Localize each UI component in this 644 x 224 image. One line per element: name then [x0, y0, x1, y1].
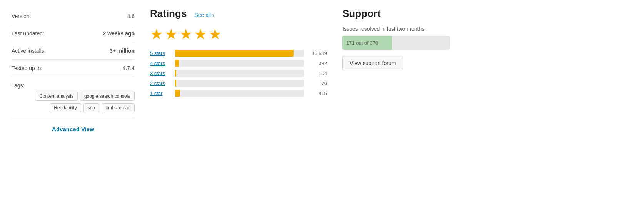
- rating-bar-row: 4 stars332: [150, 60, 327, 67]
- rating-bar-row: 1 star415: [150, 90, 327, 97]
- last-updated-label: Last updated:: [12, 30, 44, 37]
- active-installs-value: 3+ million: [110, 48, 135, 54]
- tested-up-to-row: Tested up to: 4.7.4: [12, 60, 135, 77]
- version-label: Version:: [12, 13, 31, 19]
- see-all-link[interactable]: See all ›: [194, 12, 214, 18]
- rating-bar-row: 5 stars10,689: [150, 50, 327, 57]
- rating-count: 415: [308, 90, 327, 96]
- tags-row: Tags: Content analysisgoogle search cons…: [12, 77, 135, 118]
- tag-item[interactable]: Readability: [50, 103, 81, 112]
- rating-count: 332: [308, 60, 327, 66]
- rating-bar-fill: [175, 50, 294, 57]
- version-row: Version: 4.6: [12, 8, 135, 25]
- tested-up-to-label: Tested up to:: [12, 65, 42, 71]
- rating-count: 10,689: [308, 50, 327, 56]
- main-layout: Version: 4.6 Last updated: 2 weeks ago A…: [12, 8, 473, 132]
- rating-bar-row: 2 stars76: [150, 80, 327, 87]
- support-column: Support Issues resolved in last two mont…: [342, 8, 450, 132]
- issues-progress-bar: 171 out of 370: [342, 36, 450, 50]
- star-icon: ★: [150, 26, 163, 43]
- star-icon: ★: [179, 26, 192, 43]
- last-updated-row: Last updated: 2 weeks ago: [12, 25, 135, 42]
- rating-bar-label[interactable]: 4 stars: [150, 60, 171, 66]
- issues-label: Issues resolved in last two months:: [342, 26, 450, 32]
- tag-item[interactable]: seo: [83, 103, 99, 112]
- issues-progress-fill: 171 out of 370: [342, 36, 392, 50]
- rating-count: 76: [308, 80, 327, 86]
- advanced-view-link[interactable]: Advanced View: [12, 126, 135, 132]
- view-support-forum-button[interactable]: View support forum: [342, 56, 403, 70]
- tags-container: Content analysisgoogle search consoleRea…: [12, 92, 135, 112]
- version-value: 4.6: [127, 13, 135, 19]
- tag-item[interactable]: google search console: [80, 92, 135, 101]
- rating-bar-container: [175, 60, 304, 67]
- rating-bar-fill: [175, 80, 176, 87]
- support-title: Support: [342, 8, 450, 20]
- issues-text: 171 out of 370: [346, 40, 378, 46]
- last-updated-value: 2 weeks ago: [103, 30, 135, 37]
- stars-display: ★★★★★: [150, 26, 327, 43]
- rating-count: 104: [308, 70, 327, 76]
- rating-bar-label[interactable]: 5 stars: [150, 50, 171, 56]
- tag-item[interactable]: Content analysis: [35, 92, 78, 101]
- active-installs-label: Active installs:: [12, 48, 46, 54]
- star-icon: ★: [209, 26, 222, 43]
- rating-bar-container: [175, 70, 304, 77]
- star-icon: ★: [194, 26, 207, 43]
- ratings-column: Ratings See all › ★★★★★ 5 stars10,6894 s…: [150, 8, 327, 132]
- rating-bar-container: [175, 90, 304, 97]
- rating-bar-container: [175, 80, 304, 87]
- rating-bar-fill: [175, 60, 179, 67]
- ratings-header: Ratings See all ›: [150, 8, 327, 20]
- rating-bars: 5 stars10,6894 stars3323 stars1042 stars…: [150, 50, 327, 97]
- tested-up-to-value: 4.7.4: [123, 65, 135, 71]
- rating-bar-container: [175, 50, 304, 57]
- rating-bar-fill: [175, 70, 176, 77]
- star-icon: ★: [165, 26, 178, 43]
- tags-label: Tags:: [12, 82, 135, 89]
- rating-bar-row: 3 stars104: [150, 70, 327, 77]
- ratings-title: Ratings: [150, 8, 187, 20]
- tag-item[interactable]: xml sitemap: [102, 103, 135, 112]
- rating-bar-label[interactable]: 2 stars: [150, 80, 171, 86]
- left-column: Version: 4.6 Last updated: 2 weeks ago A…: [12, 8, 135, 132]
- active-installs-row: Active installs: 3+ million: [12, 42, 135, 60]
- rating-bar-fill: [175, 90, 180, 97]
- rating-bar-label[interactable]: 3 stars: [150, 70, 171, 76]
- rating-bar-label[interactable]: 1 star: [150, 90, 171, 96]
